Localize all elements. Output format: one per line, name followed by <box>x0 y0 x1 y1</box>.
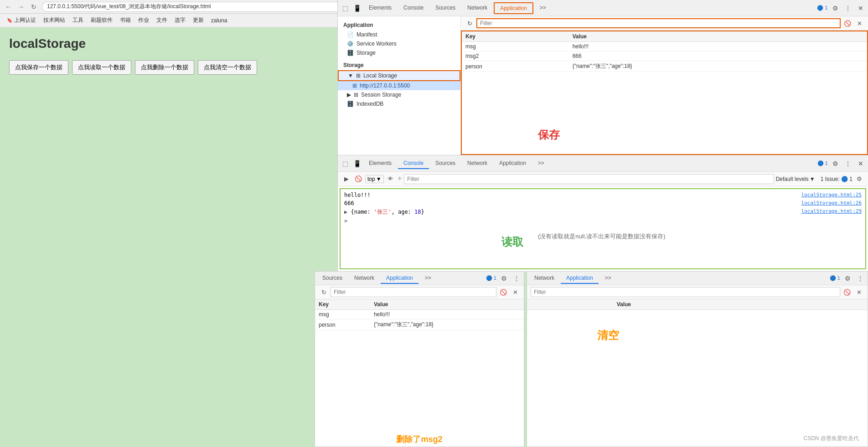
context-selector[interactable]: top ▼ <box>365 175 384 183</box>
br-block-button[interactable]: 🚫 <box>842 287 852 297</box>
refresh-button[interactable]: ↻ <box>29 2 38 11</box>
key-column-header: Key <box>462 31 569 42</box>
bookmark-jishu[interactable]: 技术网站 <box>41 15 68 25</box>
bl-more-icon[interactable]: ⋮ <box>511 273 522 284</box>
console-settings-icon[interactable]: ⚙ <box>830 158 841 169</box>
console-tab-sources[interactable]: Sources <box>430 158 461 169</box>
sidebar-indexed-db[interactable]: 🗄️ IndexedDB <box>338 99 460 108</box>
bookmark-gongju[interactable]: 工具 <box>70 15 86 25</box>
br-tab-application[interactable]: Application <box>561 273 599 284</box>
bookmark-zuoye[interactable]: 作业 <box>135 15 152 25</box>
tab-sources[interactable]: Sources <box>430 3 461 14</box>
bl-block-button[interactable]: 🚫 <box>498 287 508 297</box>
refresh-storage-button[interactable]: ↻ <box>465 18 475 28</box>
value-cell: {"name":"张三","age":18} <box>370 319 524 330</box>
devtools-top: ⬚ 📱 Elements Console Sources Network App… <box>337 0 868 155</box>
bl-badge: 🔵 1 <box>486 275 496 281</box>
sidebar-service-workers[interactable]: ⚙️ Service Workers <box>338 39 460 48</box>
br-close-button[interactable]: ✕ <box>854 287 864 297</box>
bl-tab-application[interactable]: Application <box>381 273 418 284</box>
br-tab-network[interactable]: Network <box>529 273 560 284</box>
console-line-2: 666 localStorage.html:26 <box>342 199 863 207</box>
back-button[interactable]: ← <box>4 2 13 11</box>
run-icon[interactable]: ▶ <box>341 174 351 184</box>
bl-tab-more[interactable]: >> <box>419 273 437 284</box>
bl-filter-input[interactable] <box>331 287 496 297</box>
bookmark-icon: 🔖 <box>6 17 13 24</box>
sidebar-manifest[interactable]: 📄 Manifest <box>338 30 460 39</box>
console-inspect-icon[interactable]: ⬚ <box>340 158 351 169</box>
br-tab-more[interactable]: >> <box>599 273 617 284</box>
console-more-icon[interactable]: ⋮ <box>842 158 853 169</box>
bl-refresh-button[interactable]: ↻ <box>319 287 329 297</box>
console-device-icon[interactable]: 📱 <box>351 158 362 169</box>
bookmark-shuti[interactable]: 刷题软件 <box>88 15 115 25</box>
tab-console[interactable]: Console <box>398 3 429 14</box>
read-button[interactable]: 点我读取一个数据 <box>72 60 131 75</box>
bookmark-shangwang[interactable]: 🔖 上网认证 <box>4 15 39 25</box>
bl-close-button[interactable]: ✕ <box>510 287 520 297</box>
tab-more[interactable]: >> <box>534 3 552 14</box>
storage-filter-input[interactable] <box>476 18 841 28</box>
bl-key-header: Key <box>315 299 370 310</box>
tab-elements[interactable]: Elements <box>363 3 397 14</box>
bl-tab-sources[interactable]: Sources <box>317 273 348 284</box>
clear-button[interactable]: 点我清空一个数据 <box>198 60 257 75</box>
more-icon[interactable]: ⋮ <box>842 3 853 14</box>
devtools-sidebar: Application 📄 Manifest ⚙️ Service Worker… <box>338 16 461 155</box>
grid-icon: ⊞ <box>356 72 361 79</box>
grid-icon-session: ⊞ <box>354 92 358 98</box>
block-icon[interactable]: 🚫 <box>353 174 363 184</box>
page-title: localStorage <box>9 36 328 51</box>
annotation-clear: 清空 <box>597 328 619 343</box>
br-filter-input[interactable] <box>531 287 840 297</box>
tab-network[interactable]: Network <box>462 3 493 14</box>
console-settings-btn[interactable]: ⚙ <box>854 174 864 184</box>
sidebar-storage-section[interactable]: 🗄️ Storage <box>338 48 460 57</box>
settings-icon[interactable]: ⚙ <box>830 3 841 14</box>
br-devtools-icons: 🔵 1 ⚙ ⋮ <box>830 273 866 284</box>
default-levels[interactable]: Default levels ▼ <box>776 176 815 182</box>
eye-icon[interactable]: 👁 <box>386 174 396 184</box>
bookmark-shuji[interactable]: 书籍 <box>117 15 134 25</box>
bookmark-zaluna[interactable]: zaluna <box>208 16 230 25</box>
close-icon[interactable]: ✕ <box>855 3 866 14</box>
console-line-1: hello!!! localStorage.html:25 <box>342 191 863 199</box>
console-close-icon[interactable]: ✕ <box>855 158 866 169</box>
br-storage-table: Value <box>527 299 868 447</box>
console-filter-input[interactable] <box>404 174 774 184</box>
br-more-icon[interactable]: ⋮ <box>855 273 866 284</box>
devtools-bottom-right: Network Application >> 🔵 1 ⚙ ⋮ 🚫 ✕ Value <box>527 271 868 447</box>
storage-icon: 🗄️ <box>347 50 354 56</box>
forward-button[interactable]: → <box>16 2 26 11</box>
console-text-3: ▶ {name: '张三', age: 18} <box>344 208 424 216</box>
delete-filter-button[interactable]: 🚫 <box>842 18 852 28</box>
console-link-3[interactable]: localStorage.html:29 <box>801 208 862 216</box>
sidebar-local-storage[interactable]: ▼ ⊞ Local Storage <box>338 70 460 81</box>
sidebar-session-storage[interactable]: ▶ ⊞ Session Storage <box>338 90 460 99</box>
console-link-2[interactable]: localStorage.html:26 <box>801 200 862 206</box>
console-link-1[interactable]: localStorage.html:25 <box>801 192 862 198</box>
bl-tab-network[interactable]: Network <box>349 273 380 284</box>
bookmark-xuanzi[interactable]: 选字 <box>172 15 188 25</box>
bookmark-wenjian[interactable]: 文件 <box>154 15 170 25</box>
console-tab-network[interactable]: Network <box>462 158 493 169</box>
bl-settings-icon[interactable]: ⚙ <box>498 273 509 284</box>
bookmark-gengxin[interactable]: 更新 <box>190 15 207 25</box>
device-icon[interactable]: 📱 <box>351 3 362 14</box>
br-settings-icon[interactable]: ⚙ <box>842 273 853 284</box>
console-tab-more[interactable]: >> <box>532 158 550 169</box>
inspect-icon[interactable]: ⬚ <box>340 3 351 14</box>
tab-application[interactable]: Application <box>494 2 533 14</box>
br-badge: 🔵 1 <box>830 275 840 281</box>
console-tab-application[interactable]: Application <box>494 158 532 169</box>
save-button[interactable]: 点我保存一个数据 <box>9 60 68 75</box>
sidebar-local-storage-url[interactable]: ⊞ http://127.0.0.1:5500 <box>338 81 460 90</box>
console-tab-console[interactable]: Console <box>398 158 429 169</box>
delete-button[interactable]: 点我删除一个数据 <box>135 60 194 75</box>
table-row: person{"name":"张三","age":18} <box>315 319 524 330</box>
console-toolbar: ▶ 🚫 top ▼ 👁 + Default levels ▼ 1 Issue: … <box>338 172 868 186</box>
console-tab-elements[interactable]: Elements <box>363 158 397 169</box>
close-filter-button[interactable]: ✕ <box>854 18 864 28</box>
storage-table-area: ↻ 🚫 ✕ Key Value msghello!!!msg2666person… <box>461 16 868 155</box>
